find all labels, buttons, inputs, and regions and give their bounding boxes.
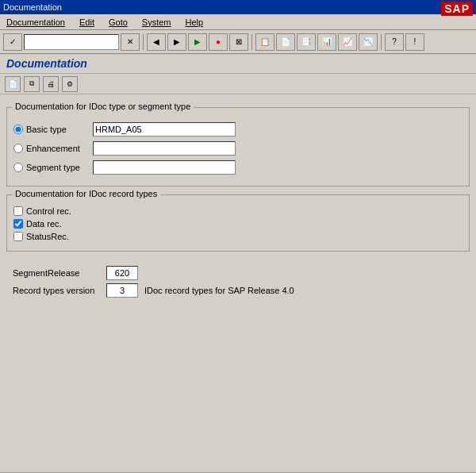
menu-goto[interactable]: Goto (106, 16, 131, 29)
page-btn[interactable]: 📄 (5, 76, 21, 92)
enhancement-label: Enhancement (13, 144, 93, 153)
copy-btn[interactable]: ⧉ (24, 76, 40, 92)
data-rec-label: Data rec. (26, 219, 62, 229)
status-rec-label: StatusRec. (26, 232, 69, 241)
toolbar-sep2 (251, 34, 252, 50)
help-button1[interactable]: ? (385, 33, 404, 51)
group-record-types: Documentation for IDoc record types Cont… (6, 194, 470, 252)
enhancement-radio[interactable] (13, 144, 23, 153)
print-btn[interactable]: 🖨 (43, 76, 59, 92)
toolbar-sep3 (381, 34, 382, 50)
page-title: Documentation (6, 57, 87, 70)
group-idoc-type: Documentation for IDoc type or segment t… (6, 107, 470, 187)
menu-documentation[interactable]: Documentation (3, 16, 68, 29)
record-types-version-label: Record types version (13, 286, 100, 295)
doc-button5[interactable]: 📈 (338, 33, 357, 51)
doc-button4[interactable]: 📊 (317, 33, 336, 51)
doc-button6[interactable]: 📉 (359, 33, 378, 51)
status-rec-row: StatusRec. (13, 232, 463, 241)
group-record-types-title: Documentation for IDoc record types (12, 189, 160, 198)
title-bar: Documentation SAP (0, 0, 476, 14)
control-rec-label: Control rec. (26, 206, 71, 216)
back-button[interactable]: ◀ (147, 33, 166, 51)
segment-type-row: Segment type (13, 160, 463, 175)
doc-button3[interactable]: 📑 (297, 33, 316, 51)
basic-type-input[interactable] (93, 122, 236, 137)
clear-button[interactable]: ✕ (121, 33, 140, 51)
toolbar-input[interactable] (24, 34, 119, 50)
control-rec-checkbox[interactable] (13, 206, 23, 216)
menu-bar: Documentation Edit Goto System Help (0, 14, 476, 30)
group-idoc-type-title: Documentation for IDoc type or segment t… (12, 102, 194, 111)
basic-type-radio[interactable] (13, 125, 23, 134)
data-rec-row: Data rec. (13, 219, 463, 229)
segment-type-radio[interactable] (13, 163, 23, 172)
segment-release-label: SegmentRelease (13, 268, 100, 278)
segment-release-input[interactable] (106, 266, 138, 280)
toolbar: ✓ ✕ ◀ ▶ ▶ ● ⊠ 📋 📄 📑 📊 📈 📉 ? ! (0, 30, 476, 54)
record-types-version-row: Record types version IDoc record types f… (13, 283, 463, 298)
data-rec-checkbox[interactable] (13, 219, 23, 229)
sap-logo-area: SAP (441, 2, 473, 16)
second-toolbar: 📄 ⧉ 🖨 ⚙ (0, 74, 476, 94)
record-types-version-desc: IDoc record types for SAP Release 4.0 (144, 286, 294, 295)
title-bar-text: Documentation (3, 2, 62, 12)
segment-type-input[interactable] (93, 160, 236, 175)
basic-type-row: Basic type (13, 122, 463, 137)
help-button2[interactable]: ! (405, 33, 424, 51)
page-header: Documentation (0, 54, 476, 74)
sap-logo: SAP (441, 2, 473, 16)
doc-button1[interactable]: 📋 (255, 33, 274, 51)
enhancement-input[interactable] (93, 141, 236, 156)
nav-button1[interactable]: ▶ (188, 33, 207, 51)
menu-system[interactable]: System (139, 16, 175, 29)
settings-btn[interactable]: ⚙ (62, 76, 78, 92)
main-content: Documentation for IDoc type or segment t… (0, 94, 476, 472)
basic-type-label: Basic type (13, 125, 93, 134)
forward-button[interactable]: ▶ (167, 33, 186, 51)
control-rec-row: Control rec. (13, 206, 463, 216)
doc-button2[interactable]: 📄 (276, 33, 295, 51)
check-button[interactable]: ✓ (3, 33, 22, 51)
enhancement-row: Enhancement (13, 141, 463, 156)
segment-type-label: Segment type (13, 163, 93, 172)
bottom-section: SegmentRelease Record types version IDoc… (6, 260, 470, 304)
segment-release-row: SegmentRelease (13, 266, 463, 280)
nav-button2[interactable]: ● (209, 33, 228, 51)
menu-help[interactable]: Help (182, 16, 207, 29)
nav-button3[interactable]: ⊠ (229, 33, 248, 51)
toolbar-separator (143, 34, 144, 50)
status-rec-checkbox[interactable] (13, 232, 23, 241)
record-types-version-input[interactable] (106, 283, 138, 298)
menu-edit[interactable]: Edit (76, 16, 98, 29)
